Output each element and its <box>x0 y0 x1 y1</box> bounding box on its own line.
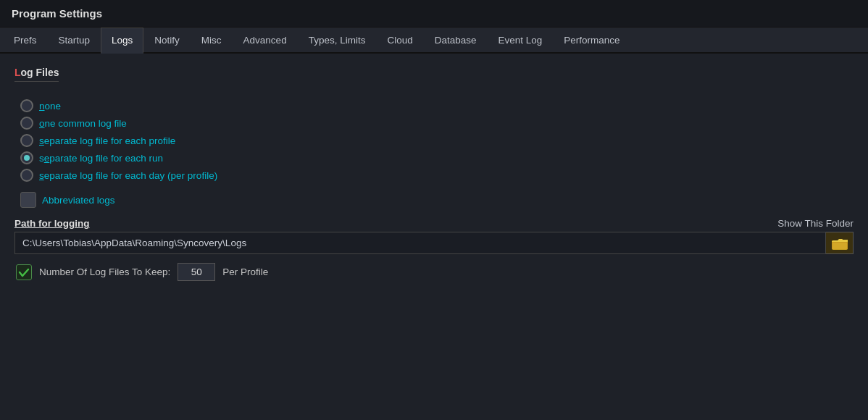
path-label: Path for logging <box>14 218 90 229</box>
folder-icon <box>832 237 848 250</box>
tab-notify[interactable]: Notify <box>143 28 191 52</box>
tab-types-limits[interactable]: Types, Limits <box>298 28 377 52</box>
radio-per-day-label: separate log file for each day (per prof… <box>39 170 217 181</box>
abbreviated-logs-row[interactable]: Abbreviated logs <box>20 192 854 208</box>
radio-per-day[interactable] <box>20 169 33 182</box>
tab-misc[interactable]: Misc <box>191 28 233 52</box>
path-input[interactable] <box>14 232 826 254</box>
tab-database[interactable]: Database <box>424 28 488 52</box>
abbreviated-logs-label: Abbreviated logs <box>42 195 115 206</box>
app-title: Program Settings <box>12 7 102 20</box>
tab-cloud[interactable]: Cloud <box>376 28 423 52</box>
show-folder-button[interactable]: Show This Folder <box>777 218 854 229</box>
radio-row-per-profile[interactable]: separate log file for each profile <box>20 134 854 147</box>
radio-none[interactable] <box>20 99 33 112</box>
radio-row-per-run[interactable]: separate log file for each run <box>20 151 854 164</box>
svg-rect-3 <box>832 243 847 249</box>
folder-browse-button[interactable] <box>826 232 854 254</box>
radio-per-profile-label: separate log file for each profile <box>39 135 175 146</box>
path-input-row <box>14 232 854 254</box>
radio-per-run-dot <box>24 155 30 161</box>
log-files-label: Log Files <box>14 67 59 82</box>
radio-per-run-label: separate log file for each run <box>39 153 163 164</box>
radio-per-run[interactable] <box>20 151 33 164</box>
title-bar: Program Settings <box>0 0 868 28</box>
keep-count-input[interactable] <box>178 263 215 281</box>
log-options-group: none one common log file separate log fi… <box>20 99 854 182</box>
tab-prefs[interactable]: Prefs <box>3 28 48 52</box>
per-profile-label: Per Profile <box>222 266 268 277</box>
radio-row-one-common[interactable]: one common log file <box>20 117 854 130</box>
keep-checkmark-icon <box>18 266 30 278</box>
keep-label: Number Of Log Files To Keep: <box>39 266 170 277</box>
radio-per-profile[interactable] <box>20 134 33 147</box>
path-header: Path for logging Show This Folder <box>14 218 854 229</box>
tab-logs[interactable]: Logs <box>101 28 143 54</box>
main-content: Log Files none one common log file <box>0 54 868 294</box>
radio-one-common[interactable] <box>20 117 33 130</box>
radio-row-per-day[interactable]: separate log file for each day (per prof… <box>20 169 854 182</box>
keep-row: Number Of Log Files To Keep: Per Profile <box>16 263 854 281</box>
tab-advanced[interactable]: Advanced <box>233 28 298 52</box>
radio-one-common-label: one common log file <box>39 118 127 129</box>
abbreviated-logs-checkbox[interactable] <box>20 192 36 208</box>
radio-row-none[interactable]: none <box>20 99 854 112</box>
keep-checkbox[interactable] <box>16 264 32 280</box>
tab-startup[interactable]: Startup <box>48 28 101 52</box>
radio-none-label: none <box>39 101 61 112</box>
path-section: Path for logging Show This Folder <box>14 218 854 254</box>
tab-performance[interactable]: Performance <box>553 28 630 52</box>
tabs-bar: Prefs Startup Logs Notify Misc Advanced … <box>0 28 868 54</box>
log-files-section-title: Log Files <box>14 67 854 91</box>
tab-event-log[interactable]: Event Log <box>488 28 554 52</box>
